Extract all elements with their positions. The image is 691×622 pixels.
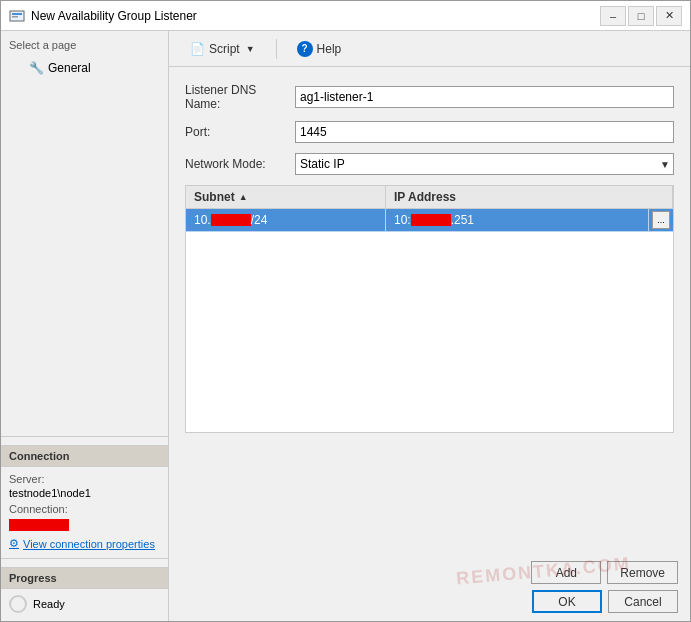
ip-redacted (411, 214, 451, 226)
subnet-header-label: Subnet (194, 190, 235, 204)
ip-cell: 10:.251 (386, 209, 649, 231)
progress-circle-icon (9, 595, 27, 613)
script-label: Script (209, 42, 240, 56)
title-bar: New Availability Group Listener – □ ✕ (1, 1, 690, 31)
close-button[interactable]: ✕ (656, 6, 682, 26)
title-bar-controls: – □ ✕ (600, 6, 682, 26)
toolbar-separator (276, 39, 277, 59)
help-button[interactable]: ? Help (289, 38, 350, 60)
progress-row: Ready (9, 595, 160, 613)
add-remove-row: Add Remove (181, 561, 678, 584)
remove-button[interactable]: Remove (607, 561, 678, 584)
ok-cancel-row: OK Cancel (181, 590, 678, 613)
script-dropdown-arrow: ▼ (246, 44, 255, 54)
port-input[interactable] (295, 121, 674, 143)
window-body: Select a page 🔧 General Connection Serve… (1, 31, 690, 621)
progress-header: Progress (1, 567, 168, 589)
script-icon: 📄 (190, 42, 205, 56)
help-label: Help (317, 42, 342, 56)
connection-label: Connection: (9, 503, 160, 515)
app-icon (9, 8, 25, 24)
connection-redacted (9, 519, 69, 531)
subnet-suffix: /24 (251, 213, 268, 227)
listener-dns-row: Listener DNS Name: (185, 83, 674, 111)
minimize-button[interactable]: – (600, 6, 626, 26)
maximize-button[interactable]: □ (628, 6, 654, 26)
sidebar-progress: Progress Ready (1, 558, 168, 621)
port-label: Port: (185, 125, 295, 139)
sidebar-connection: Connection Server: testnode1\node1 Conne… (1, 436, 168, 558)
subnet-header: Subnet ▲ (186, 186, 386, 208)
edit-row-button[interactable]: ... (652, 211, 670, 229)
network-mode-row: Network Mode: Static IP DHCP ▼ (185, 153, 674, 175)
svg-rect-2 (12, 16, 18, 18)
add-button[interactable]: Add (531, 561, 601, 584)
toolbar: 📄 Script ▼ ? Help (169, 31, 690, 67)
grid-empty-space (186, 232, 673, 432)
server-label: Server: (9, 473, 160, 485)
view-connection-link[interactable]: ⚙ View connection properties (9, 537, 160, 550)
sidebar-item-general[interactable]: 🔧 General (9, 57, 160, 79)
ip-header: IP Address (386, 186, 673, 208)
ip-header-label: IP Address (394, 190, 456, 204)
connection-header: Connection (1, 445, 168, 467)
ip-prefix: 10: (394, 213, 411, 227)
connection-icon: ⚙ (9, 537, 19, 550)
wrench-icon: 🔧 (29, 61, 44, 75)
grid-header: Subnet ▲ IP Address (186, 186, 673, 209)
sidebar-item-general-label: General (48, 61, 91, 75)
ok-button[interactable]: OK (532, 590, 602, 613)
network-mode-select-wrapper: Static IP DHCP ▼ (295, 153, 674, 175)
sort-icon: ▲ (239, 192, 248, 202)
svg-rect-1 (12, 13, 22, 15)
subnet-cell: 10./24 (186, 209, 386, 231)
select-page-label: Select a page (9, 39, 160, 51)
sidebar: Select a page 🔧 General Connection Serve… (1, 31, 169, 621)
port-row: Port: (185, 121, 674, 143)
main-content: 📄 Script ▼ ? Help Listener DNS Name: (169, 31, 690, 621)
subnet-redacted (211, 214, 251, 226)
cancel-button[interactable]: Cancel (608, 590, 678, 613)
ip-suffix: .251 (451, 213, 474, 227)
subnet-prefix: 10. (194, 213, 211, 227)
table-row[interactable]: 10./24 10:.251 ... (186, 209, 673, 232)
server-value: testnode1\node1 (9, 487, 160, 499)
script-button[interactable]: 📄 Script ▼ (181, 38, 264, 60)
bottom-bar: Add Remove OK Cancel (169, 553, 690, 621)
edit-cell[interactable]: ... (649, 209, 673, 231)
network-mode-select[interactable]: Static IP DHCP (295, 153, 674, 175)
ip-grid: Subnet ▲ IP Address 10./24 10:.2 (185, 185, 674, 433)
network-mode-label: Network Mode: (185, 157, 295, 171)
title-bar-text: New Availability Group Listener (31, 9, 600, 23)
listener-dns-input[interactable] (295, 86, 674, 108)
listener-dns-label: Listener DNS Name: (185, 83, 295, 111)
form-area: Listener DNS Name: Port: Network Mode: S… (169, 67, 690, 553)
help-icon: ? (297, 41, 313, 57)
progress-status: Ready (33, 598, 65, 610)
main-window: New Availability Group Listener – □ ✕ Se… (0, 0, 691, 622)
view-connection-label: View connection properties (23, 538, 155, 550)
